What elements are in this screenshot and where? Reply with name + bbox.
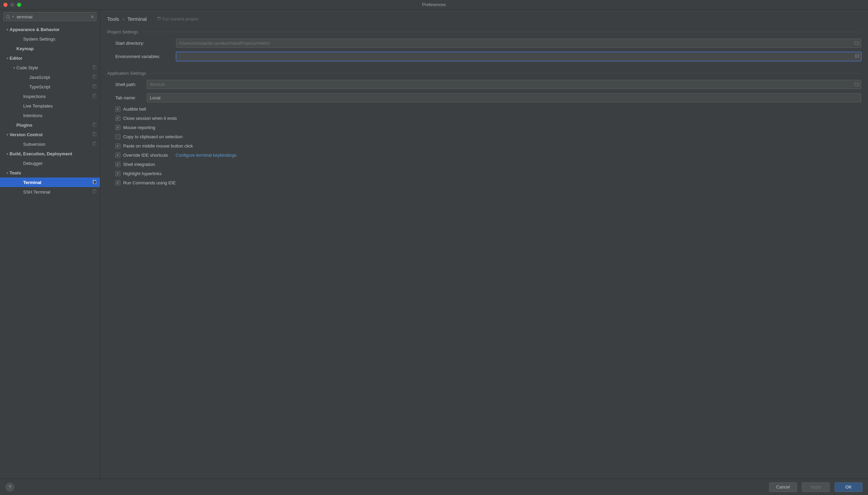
sidebar-item-tools[interactable]: ▾Tools bbox=[0, 168, 100, 178]
sidebar-item-label: Subversion bbox=[23, 142, 92, 147]
checkbox-label: Mouse reporting bbox=[123, 125, 155, 130]
window-maximize-button[interactable] bbox=[17, 3, 21, 7]
chevron-down-icon: ▾ bbox=[5, 56, 10, 60]
sidebar-item-label: Code Style bbox=[16, 65, 92, 70]
checkbox[interactable] bbox=[115, 180, 120, 185]
sidebar-item-plugins[interactable]: Plugins bbox=[0, 120, 100, 130]
checkbox-row-override-ide-shortcuts: Override IDE shortcutsConfigure terminal… bbox=[107, 153, 861, 158]
help-button[interactable]: ? bbox=[5, 483, 14, 492]
filter-icon: ▾ bbox=[12, 15, 14, 18]
settings-tree: ▾Appearance & BehaviorSystem SettingsKey… bbox=[0, 24, 100, 479]
sidebar-item-label: Editor bbox=[10, 56, 97, 61]
svg-rect-13 bbox=[93, 133, 96, 136]
svg-rect-19 bbox=[93, 190, 96, 193]
sidebar-item-label: JavaScript bbox=[29, 75, 92, 80]
svg-rect-15 bbox=[93, 142, 96, 145]
env-vars-label: Environment variables: bbox=[115, 54, 176, 59]
sidebar-item-ssh-terminal[interactable]: SSH Terminal bbox=[0, 187, 100, 197]
checkbox-row-shell-integration: Shell integration bbox=[107, 162, 861, 167]
sidebar-item-version-control[interactable]: ▾Version Control bbox=[0, 130, 100, 139]
checkbox-label: Run Commands using IDE bbox=[123, 180, 176, 185]
checkbox[interactable] bbox=[115, 125, 120, 130]
tab-name-input[interactable] bbox=[147, 93, 861, 102]
window-title: Preferences bbox=[0, 2, 868, 7]
sidebar-item-live-templates[interactable]: Live Templates bbox=[0, 101, 100, 111]
svg-line-1 bbox=[9, 17, 10, 18]
scope-label: For current project bbox=[157, 16, 199, 22]
project-scope-icon bbox=[92, 74, 97, 80]
checkbox[interactable] bbox=[115, 107, 120, 112]
sidebar-item-debugger[interactable]: Debugger bbox=[0, 158, 100, 168]
ok-button[interactable]: OK bbox=[835, 482, 863, 492]
sidebar-item-label: Version Control bbox=[10, 132, 92, 137]
window-close-button[interactable] bbox=[3, 3, 8, 7]
application-settings-title: Application Settings bbox=[107, 71, 146, 76]
sidebar-item-label: Plugins bbox=[16, 123, 92, 128]
checkbox-row-audible-bell: Audible bell bbox=[107, 107, 861, 112]
sidebar-item-typescript[interactable]: TypeScript bbox=[0, 82, 100, 91]
checkbox[interactable] bbox=[115, 143, 120, 148]
shell-path-input[interactable] bbox=[147, 80, 861, 89]
project-scope-icon bbox=[92, 65, 97, 70]
sidebar-item-javascript[interactable]: JavaScript bbox=[0, 72, 100, 82]
chevron-down-icon: ▾ bbox=[5, 133, 10, 137]
breadcrumb-sep: › bbox=[122, 16, 124, 22]
breadcrumb: Tools › Terminal For current project bbox=[107, 14, 861, 24]
sidebar-item-label: Build, Execution, Deployment bbox=[10, 151, 97, 156]
sidebar-item-label: Tools bbox=[10, 170, 97, 175]
svg-rect-11 bbox=[93, 123, 96, 126]
breadcrumb-root[interactable]: Tools bbox=[107, 16, 119, 22]
tab-name-label: Tab name: bbox=[115, 95, 147, 100]
project-scope-icon bbox=[92, 132, 97, 137]
sidebar-item-label: SSH Terminal bbox=[23, 189, 92, 195]
start-directory-label: Start directory: bbox=[115, 41, 176, 46]
start-directory-input[interactable] bbox=[176, 39, 861, 48]
sidebar-item-intentions[interactable]: Intentions bbox=[0, 111, 100, 120]
svg-rect-21 bbox=[158, 17, 161, 18]
project-scope-icon bbox=[92, 180, 97, 185]
apply-button[interactable]: Apply bbox=[802, 482, 830, 492]
sidebar-item-terminal[interactable]: Terminal bbox=[0, 178, 100, 187]
sidebar-item-label: System Settings bbox=[23, 37, 97, 42]
dialog-footer: ? Cancel Apply OK bbox=[0, 479, 868, 495]
cancel-button[interactable]: Cancel bbox=[769, 482, 797, 492]
configure-keybindings-link[interactable]: Configure terminal keybindings bbox=[176, 153, 236, 158]
window-minimize-button[interactable] bbox=[10, 3, 14, 7]
sidebar-item-build-execution-deployment[interactable]: ▾Build, Execution, Deployment bbox=[0, 149, 100, 158]
search-field[interactable]: ▾ ✕ bbox=[3, 12, 97, 21]
sidebar-item-label: TypeScript bbox=[29, 84, 92, 89]
checkbox[interactable] bbox=[115, 162, 120, 167]
checkbox[interactable] bbox=[115, 171, 120, 176]
checkbox[interactable] bbox=[115, 153, 120, 158]
checkbox[interactable] bbox=[115, 134, 120, 139]
sidebar-item-label: Debugger bbox=[23, 161, 97, 166]
clear-search-icon[interactable]: ✕ bbox=[90, 14, 94, 19]
application-settings-section: Application Settings Shell path: Tab nam… bbox=[107, 71, 861, 189]
checkbox-label: Override IDE shortcuts bbox=[123, 153, 168, 158]
edit-env-icon[interactable] bbox=[855, 54, 859, 59]
sidebar-item-system-settings[interactable]: System Settings bbox=[0, 34, 100, 44]
svg-rect-3 bbox=[93, 66, 96, 69]
checkbox-label: Audible bell bbox=[123, 107, 146, 112]
sidebar-item-appearance-behavior[interactable]: ▾Appearance & Behavior bbox=[0, 25, 100, 34]
checkbox-row-mouse-reporting: Mouse reporting bbox=[107, 125, 861, 130]
env-vars-input[interactable] bbox=[176, 52, 861, 61]
checkbox-row-paste-on-middle-mouse-button-click: Paste on middle mouse button click bbox=[107, 143, 861, 148]
search-input[interactable] bbox=[16, 14, 88, 20]
browse-folder-icon[interactable] bbox=[854, 41, 859, 46]
sidebar-item-label: Live Templates bbox=[23, 103, 97, 109]
search-icon bbox=[6, 15, 10, 19]
sidebar-item-label: Inspections bbox=[23, 94, 92, 99]
checkbox-row-copy-to-clipboard-on-selection: Copy to clipboard on selection bbox=[107, 134, 861, 139]
sidebar-item-keymap[interactable]: Keymap bbox=[0, 44, 100, 53]
sidebar-item-subversion[interactable]: Subversion bbox=[0, 139, 100, 149]
sidebar-item-inspections[interactable]: Inspections bbox=[0, 91, 100, 101]
checkbox-row-highlight-hyperlinks: Highlight hyperlinks bbox=[107, 171, 861, 176]
browse-shell-icon[interactable] bbox=[854, 82, 859, 87]
checkbox-label: Close session when it ends bbox=[123, 116, 177, 121]
sidebar-item-code-style[interactable]: ▾Code Style bbox=[0, 63, 100, 72]
chevron-down-icon: ▾ bbox=[12, 66, 16, 70]
sidebar-item-editor[interactable]: ▾Editor bbox=[0, 53, 100, 63]
checkbox[interactable] bbox=[115, 116, 120, 121]
sidebar-item-label: Keymap bbox=[16, 46, 97, 51]
